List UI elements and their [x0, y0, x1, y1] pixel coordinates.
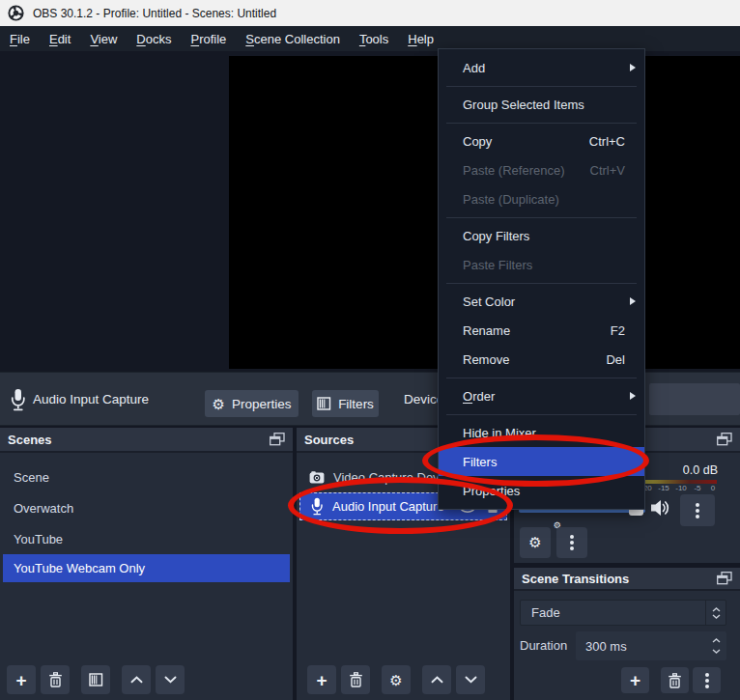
remove-transition-button[interactable] — [661, 667, 689, 693]
transitions-header: Scene Transitions — [514, 568, 740, 591]
move-scene-down-button[interactable] — [156, 665, 185, 694]
scene-list: Scene Overwatch YouTube YouTube Webcam O… — [0, 453, 293, 582]
menu-item-order[interactable]: Order — [439, 381, 644, 410]
transition-value: Fade — [521, 605, 705, 620]
gear-icon: ⚙ — [389, 673, 402, 687]
scene-item[interactable]: YouTube — [0, 523, 293, 554]
menu-item-copy-filters[interactable]: Copy Filters — [439, 221, 644, 250]
mixer-level-value: 0.0 dB — [683, 463, 718, 477]
menu-item-rename[interactable]: Rename F2 — [439, 316, 644, 345]
microphone-icon — [10, 388, 26, 411]
transition-select[interactable]: Fade — [520, 600, 726, 626]
chevron-down-icon — [465, 676, 477, 684]
gear-icon: ⚙ — [213, 397, 225, 411]
duration-spinner[interactable]: 300 ms — [576, 631, 726, 660]
scene-filters-button[interactable] — [81, 665, 110, 694]
menu-item-add[interactable]: Add — [439, 53, 644, 82]
popout-icon[interactable] — [717, 433, 732, 446]
filter-icon — [317, 397, 331, 410]
menu-separator — [446, 123, 637, 124]
menu-item-paste-filters: Paste Filters — [439, 250, 644, 279]
scene-item-selected[interactable]: YouTube Webcam Only — [3, 554, 290, 582]
menu-item-group-selected-items[interactable]: Group Selected Items — [439, 90, 644, 119]
window-title: OBS 30.1.2 - Profile: Untitled - Scenes:… — [33, 7, 276, 20]
menu-view[interactable]: View — [80, 26, 127, 51]
move-scene-up-button[interactable] — [122, 665, 151, 694]
source-context-menu: Add Group Selected Items Copy Ctrl+C Pas… — [438, 48, 645, 510]
menu-tools[interactable]: Tools — [350, 26, 398, 51]
device-dropdown[interactable] — [649, 383, 740, 415]
duration-value: 300 ms — [576, 639, 705, 654]
scenes-header: Scenes — [0, 428, 293, 453]
chevron-up-icon — [712, 607, 721, 612]
scene-item[interactable]: Scene — [0, 462, 293, 492]
meter-tick: -10 — [675, 484, 687, 492]
remove-source-button[interactable] — [341, 665, 370, 694]
chevron-up-icon — [431, 676, 443, 684]
chevron-down-icon — [712, 614, 721, 619]
source-properties-button[interactable]: ⚙ — [382, 665, 411, 694]
menu-item-filters[interactable]: Filters — [439, 447, 644, 476]
menu-separator — [446, 86, 637, 87]
menu-profile[interactable]: Profile — [181, 26, 236, 51]
menu-separator — [446, 217, 637, 218]
sources-toolbar: + ⚙ — [307, 665, 490, 694]
filters-button[interactable]: Filters — [312, 390, 379, 417]
kebab-icon — [705, 679, 709, 683]
popout-icon[interactable] — [717, 572, 732, 585]
trash-icon — [668, 673, 682, 688]
kebab-icon — [570, 541, 574, 545]
mixer-options-button[interactable] — [680, 494, 715, 526]
add-scene-button[interactable]: + — [7, 665, 36, 694]
shortcut-label: Ctrl+C — [589, 134, 625, 149]
chevron-up-icon[interactable] — [712, 638, 721, 643]
popout-icon[interactable] — [270, 433, 285, 446]
transition-options-button[interactable] — [693, 667, 721, 693]
shortcut-label: Ctrl+V — [590, 163, 625, 178]
menu-file[interactable]: File — [0, 26, 40, 51]
shortcut-label: F2 — [611, 323, 625, 338]
menu-item-set-color[interactable]: Set Color — [439, 287, 644, 316]
chevron-up-icon — [130, 676, 143, 684]
menu-docks[interactable]: Docks — [127, 26, 181, 51]
scene-transitions-panel: Scene Transitions Fade Duration 300 ms + — [514, 568, 740, 700]
menu-item-paste-reference: Paste (Reference) Ctrl+V — [439, 155, 644, 184]
meter-tick: -15 — [658, 484, 669, 492]
titlebar: OBS 30.1.2 - Profile: Untitled - Scenes:… — [0, 0, 740, 26]
add-transition-button[interactable]: + — [621, 667, 649, 693]
advanced-audio-button[interactable]: ⚙ ⚙ — [520, 527, 551, 558]
sources-title: Sources — [304, 433, 354, 447]
plus-icon: + — [316, 671, 327, 689]
trash-icon — [349, 672, 363, 687]
transitions-title: Scene Transitions — [522, 572, 629, 586]
duration-label: Duration — [520, 631, 567, 660]
move-source-down-button[interactable] — [456, 665, 485, 694]
meter-tick: 0 — [711, 484, 715, 492]
menu-scene-collection[interactable]: Scene Collection — [236, 26, 350, 51]
menu-item-properties[interactable]: Properties — [439, 476, 644, 505]
menu-separator — [446, 283, 637, 284]
plus-icon: + — [630, 671, 640, 689]
mixer-menu-button[interactable] — [556, 527, 587, 558]
kebab-icon — [696, 509, 699, 513]
move-source-up-button[interactable] — [422, 665, 451, 694]
properties-button[interactable]: ⚙ Properties — [205, 390, 299, 417]
menu-item-paste-duplicate: Paste (Duplicate) — [439, 184, 644, 213]
menu-item-copy[interactable]: Copy Ctrl+C — [439, 126, 644, 155]
menu-help[interactable]: Help — [398, 26, 443, 51]
menu-item-remove[interactable]: Remove Del — [439, 345, 644, 374]
menu-edit[interactable]: Edit — [40, 26, 80, 51]
add-source-button[interactable]: + — [307, 665, 336, 694]
scenes-toolbar: + — [7, 665, 189, 694]
submenu-arrow-icon — [630, 297, 636, 305]
remove-scene-button[interactable] — [41, 665, 70, 694]
obs-logo-icon — [8, 5, 24, 21]
scene-item[interactable]: Overwatch — [0, 492, 293, 523]
chevron-down-icon[interactable] — [712, 649, 721, 654]
trash-icon — [48, 672, 63, 687]
submenu-arrow-icon — [630, 64, 636, 71]
meter-tick: -5 — [694, 484, 700, 492]
speaker-icon[interactable] — [650, 498, 670, 518]
menu-item-hide-in-mixer[interactable]: Hide in Mixer — [439, 418, 644, 447]
scenes-title: Scenes — [8, 433, 52, 447]
